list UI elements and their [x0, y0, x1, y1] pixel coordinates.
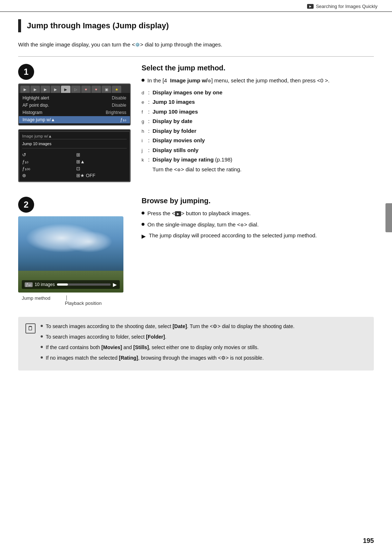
step1-bullet-block: In the [4 Image jump w/⚙] menu, select t… — [142, 77, 374, 85]
grid-cell-4: ⊞▲ — [76, 159, 127, 164]
option-f: f : Jump 100 images — [142, 108, 374, 116]
option-j-label: Display stills only — [152, 146, 199, 155]
bullet-dot-1 — [142, 79, 144, 82]
step1-row: 1 ▶ ▶ ▶ ▶ ▶ ▷ ♥ ♥ ▣ ★ — [18, 64, 374, 186]
photo-cloud-2 — [65, 231, 113, 253]
jump-method-label: Jump method — [22, 295, 50, 301]
step2-bullet-3-text: The jump display will proceed according … — [149, 232, 317, 240]
grid-cell-1: ↺ — [22, 152, 73, 158]
intro-text: With the single image display, you can t… — [18, 40, 374, 49]
option-h: h : Display by folder — [142, 127, 374, 135]
step2-content-col: Browse by jumping. Press the <►> button … — [142, 197, 374, 244]
grid-icon-2: ⊞ — [76, 152, 80, 158]
note-1: To search images according to the shooti… — [41, 323, 367, 330]
grid-icon-6: ⊡ — [76, 166, 80, 171]
overlay-progress — [57, 283, 111, 286]
step2-bullet-2-text: On the single-image display, turn the <⚙… — [147, 221, 259, 229]
playback-icon: ► — [307, 4, 314, 9]
grid-icon-5: ƒ₁₀₀ — [22, 166, 30, 171]
note-box: 🗒 To search images according to the shoo… — [18, 317, 374, 371]
option-list: d : Display images one by one e : Jump 1… — [142, 89, 374, 174]
note-dot-1 — [41, 325, 43, 327]
step2-number: 2 — [18, 197, 34, 213]
note-content: To search images according to the shooti… — [41, 323, 367, 365]
dial-sym-3: ⚙ — [240, 223, 244, 227]
step2-heading: Browse by jumping. — [142, 197, 374, 205]
step2-row: 2 ƒ₁₀ 10 images ▶ — [18, 197, 374, 306]
section-header: Jump through Images (Jump display) — [18, 19, 374, 34]
playback-pos-label-group: Playback position — [65, 295, 102, 306]
tab-10: ★ — [112, 86, 121, 93]
tab-4: ▶ — [51, 86, 60, 93]
camera-menu: ▶ ▶ ▶ ▶ ▶ ▷ ♥ ♥ ▣ ★ Highlight al — [18, 83, 131, 126]
note-4-text: If no images match the selected [Rating]… — [46, 354, 264, 362]
page-number: 195 — [363, 537, 374, 545]
submenu-title: Image jump w/▲ — [22, 133, 127, 139]
note-2-text: To search images according to folder, se… — [46, 333, 166, 341]
menu-items: Highlight alert Disable AF point disp. D… — [19, 93, 130, 125]
section-bar — [18, 19, 21, 32]
grid-cell-3: ƒ₁₀ — [22, 159, 73, 164]
option-k-label: Display by image rating — [152, 156, 213, 164]
option-h-label: Display by folder — [152, 127, 196, 135]
option-k: k : Display by image rating (p.198) — [142, 156, 374, 164]
tab-3: ▶ — [41, 86, 50, 93]
option-j: j : Display stills only — [142, 146, 374, 155]
header-title: Searching for Images Quickly — [316, 4, 377, 9]
step2-bullet-3: ▶ The jump display will proceed accordin… — [142, 232, 374, 241]
section-title: Jump through Images (Jump display) — [27, 21, 169, 30]
dial-symbol-intro: ⚙️ — [135, 42, 140, 47]
grid-icon-4: ⊞▲ — [76, 159, 85, 164]
step2-bullet-1: Press the <►> button to playback images. — [142, 209, 374, 218]
step2-bullet-1-text: Press the <►> button to playback images. — [147, 209, 251, 218]
menu-item-2: AF point disp. Disable — [19, 102, 130, 109]
tab-8: ♥ — [91, 86, 101, 93]
overlay-arrow: ▶ — [113, 282, 117, 287]
overlay-label: 10 images — [35, 282, 55, 287]
photo-box: ƒ₁₀ 10 images ▶ — [18, 216, 123, 293]
grid-icon-1: ↺ — [22, 152, 26, 158]
option-rating-note: Turn the <⚙> dial to select the rating. — [152, 165, 374, 174]
option-k-extra: (p.198) — [215, 156, 233, 164]
photo-labels: Jump method Playback position — [18, 295, 131, 306]
option-d-label: Display images one by one — [152, 89, 222, 97]
bullet-dot-s2-2 — [142, 223, 144, 226]
submenu-box: Image jump w/▲ Jump 10 images ↺ ⊞ ƒ₁₀ — [18, 129, 131, 182]
right-tab — [385, 203, 392, 232]
divider — [18, 56, 374, 57]
option-g: g : Display by date — [142, 117, 374, 126]
grid-cell-2: ⊞ — [76, 152, 127, 158]
note-icon: 🗒 — [25, 323, 36, 334]
tab-7: ♥ — [81, 86, 91, 93]
option-g-label: Display by date — [152, 117, 192, 126]
overlay-progress-fill — [57, 283, 68, 286]
jump-method-line: Jump method — [22, 295, 50, 301]
note-1-text: To search images according to the shooti… — [46, 323, 294, 330]
tab-2: ▶ — [30, 86, 40, 93]
step1-image-col: 1 ▶ ▶ ▶ ▶ ▶ ▷ ♥ ♥ ▣ ★ — [18, 64, 131, 186]
tab-9: ▣ — [102, 86, 111, 93]
grid-cell-5: ƒ₁₀₀ — [22, 166, 73, 171]
step1-content-col: Select the jump method. In the [4 Image … — [142, 64, 374, 177]
page-wrapper: ► Searching for Images Quickly Jump thro… — [0, 0, 392, 552]
submenu-grid: ↺ ⊞ ƒ₁₀ ⊞▲ ƒ₁₀₀ — [22, 151, 127, 180]
grid-icon-7: ⊛ — [22, 173, 26, 178]
image-jump-label: Image jump w/ — [170, 77, 208, 83]
menu-item-1: Highlight alert Disable — [19, 94, 130, 102]
step1-number: 1 — [18, 64, 34, 80]
bullet-dot-s2-1 — [142, 212, 144, 214]
tab-6: ▷ — [71, 86, 81, 93]
menu-item-4: Image jump w/▲ ƒ₁₀ — [19, 116, 130, 123]
jump-method-label-group: Jump method — [22, 295, 50, 306]
step2-bullet-2: On the single-image display, turn the <⚙… — [142, 221, 374, 229]
step1-heading: Select the jump method. — [142, 64, 374, 72]
submenu-selected: Jump 10 images — [22, 141, 127, 148]
note-3: If the card contains both [Movies] and [… — [41, 344, 367, 351]
note-dot-4 — [41, 356, 43, 359]
grid-cell-8: ⊞★ OFF — [76, 173, 127, 178]
arrow-icon: ▶ — [142, 232, 146, 241]
grid-cell-7: ⊛ — [22, 173, 73, 178]
step2-bullets: Press the <►> button to playback images.… — [142, 209, 374, 241]
option-e: e : Jump 10 images — [142, 98, 374, 106]
submenu-inner: Image jump w/▲ Jump 10 images ↺ ⊞ ƒ₁₀ — [19, 131, 130, 181]
